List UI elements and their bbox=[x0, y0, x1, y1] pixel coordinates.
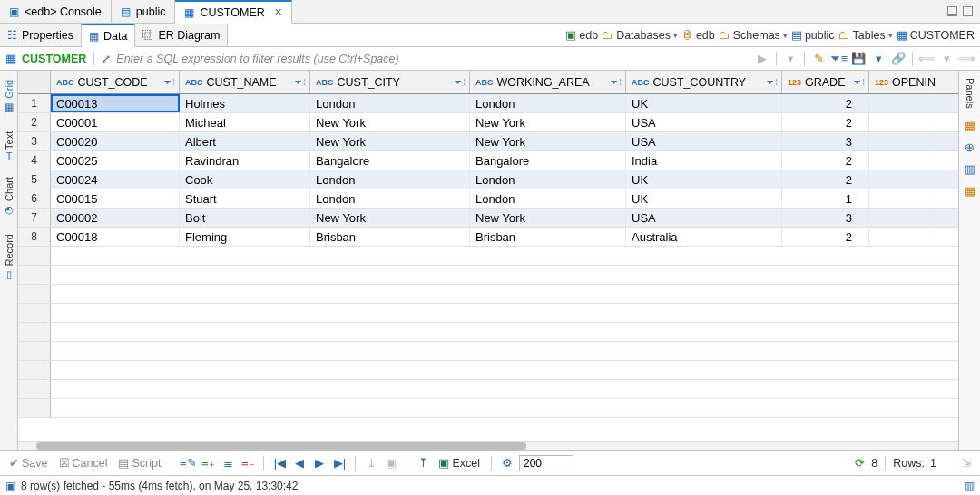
cell-opening[interactable] bbox=[869, 94, 936, 112]
next-page-icon[interactable]: ▶ bbox=[311, 455, 328, 471]
nav-back-menu-icon[interactable]: ▾ bbox=[938, 51, 955, 67]
page-size-input[interactable] bbox=[519, 455, 573, 471]
cell-grade[interactable]: 2 bbox=[782, 151, 869, 170]
table-row[interactable]: 5 C00024 Cook London London UK 2 bbox=[18, 170, 958, 189]
cell-cust-name[interactable]: Bolt bbox=[180, 209, 310, 227]
cell-cust-name[interactable]: Fleming bbox=[180, 228, 310, 246]
cell-cust-country[interactable]: India bbox=[626, 151, 782, 170]
cell-cust-city[interactable]: London bbox=[310, 94, 470, 112]
cell-cust-name[interactable]: Holmes bbox=[180, 94, 310, 112]
edit-row-icon[interactable]: ≡✎ bbox=[180, 455, 196, 471]
cell-cust-city[interactable]: London bbox=[310, 189, 470, 208]
tab-customer[interactable]: ▦ CUSTOMER ✕ bbox=[175, 0, 291, 24]
row-number[interactable]: 3 bbox=[18, 132, 51, 150]
table-row[interactable]: 4 C00025 Ravindran Bangalore Bangalore I… bbox=[18, 151, 958, 170]
cell-grade[interactable]: 2 bbox=[782, 94, 869, 112]
sql-filter-input[interactable]: Enter a SQL expression to filter results… bbox=[116, 53, 749, 65]
cell-cust-country[interactable]: UK bbox=[626, 170, 782, 189]
cell-cust-code[interactable]: C00013 bbox=[51, 94, 180, 112]
crumb-connection[interactable]: ▣edb bbox=[565, 28, 598, 42]
cell-cust-name[interactable]: Ravindran bbox=[180, 151, 310, 170]
cell-working-area[interactable]: London bbox=[470, 170, 626, 189]
row-number[interactable]: 8 bbox=[18, 228, 51, 246]
cell-cust-code[interactable]: C00001 bbox=[51, 113, 180, 131]
cell-opening[interactable] bbox=[869, 209, 936, 227]
cell-cust-name[interactable]: Stuart bbox=[180, 189, 310, 208]
rail-tab-grid[interactable]: ▦Grid bbox=[3, 74, 15, 119]
cell-cust-city[interactable]: New York bbox=[310, 209, 470, 227]
cell-cust-city[interactable]: New York bbox=[310, 113, 470, 131]
cell-working-area[interactable]: London bbox=[470, 94, 626, 112]
filter-settings-icon[interactable]: ⏷≡ bbox=[830, 51, 847, 67]
cell-working-area[interactable]: New York bbox=[470, 132, 626, 150]
cell-cust-name[interactable]: Cook bbox=[180, 170, 310, 189]
first-page-icon[interactable]: |◀ bbox=[271, 455, 288, 471]
row-number-header[interactable] bbox=[18, 71, 51, 93]
nav-fwd-icon[interactable]: ⟹ bbox=[958, 51, 975, 67]
subtab-properties[interactable]: ☷ Properties bbox=[0, 24, 82, 46]
crumb-database[interactable]: 🛢edb bbox=[681, 29, 715, 42]
excel-button[interactable]: ▣Excel bbox=[435, 454, 484, 471]
row-number[interactable]: 5 bbox=[18, 170, 51, 189]
crumb-databases[interactable]: 🗀Databases▾ bbox=[602, 29, 678, 42]
panel-calendar-icon[interactable]: ▥ bbox=[962, 161, 978, 178]
tab-public[interactable]: ▤ public bbox=[112, 0, 176, 23]
cell-working-area[interactable]: Brisban bbox=[470, 228, 626, 246]
apply-filter-icon[interactable]: ▶ bbox=[754, 51, 770, 67]
table-row[interactable]: 6 C00015 Stuart London London UK 1 bbox=[18, 189, 958, 209]
cell-working-area[interactable]: London bbox=[470, 189, 626, 208]
cell-cust-name[interactable]: Albert bbox=[180, 132, 310, 150]
chevron-down-icon[interactable]: ▾ bbox=[888, 31, 893, 40]
custom-filter-icon[interactable]: ✎ bbox=[810, 51, 827, 67]
save-button[interactable]: ✔Save bbox=[5, 454, 52, 471]
duplicate-row-icon[interactable]: ≣ bbox=[220, 455, 236, 471]
crumb-tables[interactable]: 🗀Tables▾ bbox=[838, 29, 893, 42]
cell-cust-country[interactable]: UK bbox=[626, 94, 782, 112]
rail-tab-text[interactable]: TText bbox=[4, 126, 15, 164]
subtab-er[interactable]: ⿻ ER Diagram bbox=[135, 24, 228, 46]
cell-opening[interactable] bbox=[869, 170, 936, 189]
table-row[interactable]: 7 C00002 Bolt New York New York USA 3 bbox=[18, 209, 958, 228]
cell-cust-country[interactable]: USA bbox=[626, 132, 782, 150]
favorites-icon[interactable]: ▾ bbox=[870, 51, 887, 67]
cell-grade[interactable]: 3 bbox=[782, 132, 869, 150]
cell-opening[interactable] bbox=[869, 189, 936, 208]
cell-cust-name[interactable]: Micheal bbox=[180, 113, 310, 131]
expand-icon[interactable]: ⤢ bbox=[102, 53, 111, 65]
cell-cust-country[interactable]: USA bbox=[626, 209, 782, 227]
filter-icon[interactable]: ⏷⁝ bbox=[610, 77, 622, 87]
cell-opening[interactable] bbox=[869, 151, 936, 170]
table-row[interactable]: 8 C00018 Fleming Brisban Brisban Austral… bbox=[18, 228, 958, 247]
subtab-data[interactable]: ▦ Data bbox=[82, 24, 135, 47]
script-button[interactable]: ▤Script bbox=[114, 454, 164, 471]
table-row[interactable]: 2 C00001 Micheal New York New York USA 2 bbox=[18, 113, 958, 132]
rail-tab-record[interactable]: ▭Record bbox=[3, 228, 15, 286]
cell-grade[interactable]: 2 bbox=[782, 170, 869, 189]
cell-cust-code[interactable]: C00020 bbox=[51, 132, 180, 150]
cell-cust-city[interactable]: London bbox=[310, 170, 470, 189]
link-icon[interactable]: 🔗 bbox=[890, 51, 906, 67]
add-row-icon[interactable]: ≡₊ bbox=[200, 455, 216, 471]
col-header-cust-country[interactable]: ABCCUST_COUNTRY⏷⁝ bbox=[626, 71, 782, 93]
cell-cust-code[interactable]: C00018 bbox=[51, 228, 180, 246]
table-row[interactable]: 1 C00013 Holmes London London UK 2 bbox=[18, 94, 958, 113]
cell-grade[interactable]: 2 bbox=[782, 113, 869, 131]
cell-cust-code[interactable]: C00025 bbox=[51, 151, 180, 170]
crumb-schemas[interactable]: 🗀Schemas▾ bbox=[719, 29, 788, 42]
horizontal-scrollbar[interactable] bbox=[18, 441, 958, 450]
col-header-cust-city[interactable]: ABCCUST_CITY⏷⁝ bbox=[310, 71, 470, 93]
col-header-working-area[interactable]: ABCWORKING_AREA⏷⁝ bbox=[470, 71, 626, 93]
filter-icon[interactable]: ⏷⁝ bbox=[853, 77, 865, 87]
panel-value-icon[interactable]: ▦ bbox=[962, 118, 978, 134]
filter-icon[interactable]: ⏷⁝ bbox=[766, 77, 778, 87]
save-filter-icon[interactable]: 💾 bbox=[850, 51, 867, 67]
cell-working-area[interactable]: New York bbox=[470, 209, 626, 227]
cell-grade[interactable]: 1 bbox=[782, 189, 869, 208]
crumb-schema[interactable]: ▤public bbox=[791, 28, 835, 42]
col-header-cust-code[interactable]: ABCCUST_CODE⏷⁝ bbox=[51, 71, 180, 93]
chevron-down-icon[interactable]: ▾ bbox=[783, 31, 788, 40]
last-page-icon[interactable]: ▶| bbox=[331, 455, 348, 471]
cell-cust-code[interactable]: C00015 bbox=[51, 189, 180, 208]
rail-tab-chart[interactable]: ◔Chart bbox=[3, 171, 15, 221]
crumb-table[interactable]: ▦CUSTOMER bbox=[897, 28, 975, 42]
